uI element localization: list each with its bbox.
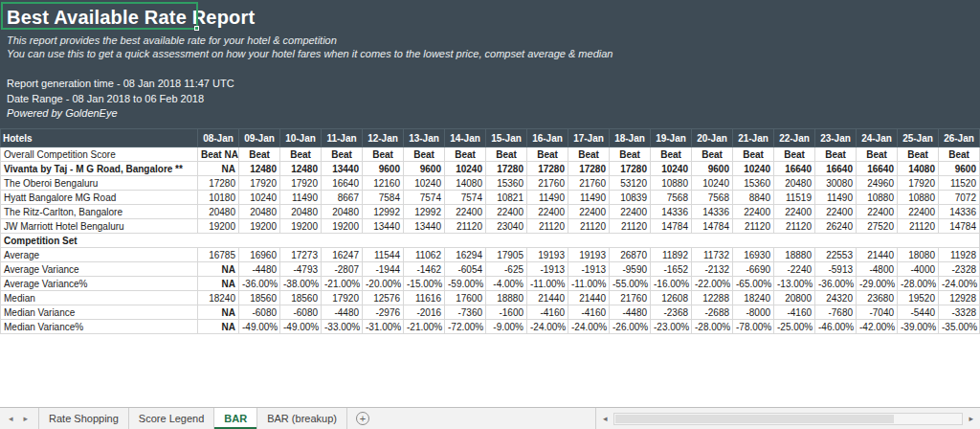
data-cell[interactable]: -39.00% (898, 320, 939, 334)
data-cell[interactable]: -6080 (280, 305, 322, 320)
data-cell[interactable]: 10880 (857, 191, 898, 205)
data-cell[interactable]: 14784 (939, 219, 980, 234)
column-header-21-jan[interactable]: 21-Jan (733, 129, 774, 147)
data-cell[interactable]: 14784 (651, 219, 692, 234)
row-label[interactable]: Median Variance% (1, 320, 198, 334)
data-cell[interactable]: -11.00% (568, 277, 610, 291)
data-cell[interactable]: 10880 (651, 176, 692, 191)
data-cell[interactable]: NA (198, 162, 239, 176)
row-label[interactable]: Average (1, 248, 198, 262)
data-cell[interactable]: 7568 (692, 191, 733, 205)
data-cell[interactable]: -31.00% (363, 320, 404, 334)
data-cell[interactable]: -7040 (857, 305, 898, 320)
data-cell[interactable]: 12608 (651, 291, 692, 305)
data-cell[interactable]: 21120 (733, 219, 774, 234)
data-cell[interactable]: 19200 (280, 219, 322, 234)
add-sheet-button[interactable]: + (356, 412, 369, 425)
data-cell[interactable]: 12288 (692, 291, 733, 305)
data-cell[interactable]: -25.00% (774, 320, 815, 334)
column-header-16-jan[interactable]: 16-Jan (527, 129, 568, 147)
data-cell[interactable]: 11490 (568, 191, 610, 205)
data-cell[interactable]: 16640 (322, 176, 363, 191)
data-cell[interactable]: 24320 (815, 291, 857, 305)
data-cell[interactable]: -7360 (445, 305, 486, 320)
data-cell[interactable]: Beat (322, 147, 363, 162)
data-cell[interactable]: -6690 (733, 262, 774, 277)
data-cell[interactable]: 19193 (527, 248, 568, 262)
data-cell[interactable]: 30080 (815, 176, 857, 191)
data-cell[interactable]: 12160 (363, 176, 404, 191)
data-cell[interactable]: Beat (774, 147, 815, 162)
data-cell[interactable]: 8840 (733, 191, 774, 205)
row-label[interactable]: Median (1, 291, 198, 305)
data-cell[interactable]: 18560 (239, 291, 280, 305)
data-cell[interactable]: -4.00% (486, 277, 527, 291)
data-cell[interactable]: NA (198, 277, 239, 291)
data-cell[interactable]: 20480 (322, 205, 363, 219)
data-cell[interactable]: -1462 (404, 262, 445, 277)
data-cell[interactable]: -28.00% (692, 320, 733, 334)
data-cell[interactable]: -2976 (363, 305, 404, 320)
data-cell[interactable]: 19200 (239, 219, 280, 234)
row-label[interactable]: The Oberoi Bengaluru (1, 176, 198, 191)
data-cell[interactable]: 11732 (692, 248, 733, 262)
data-cell[interactable]: 21120 (774, 219, 815, 234)
data-cell[interactable]: 7072 (939, 191, 980, 205)
row-label[interactable]: Average Variance (1, 262, 198, 277)
data-cell[interactable]: 24960 (857, 176, 898, 191)
data-cell[interactable]: 11519 (774, 191, 815, 205)
data-cell[interactable]: 18080 (898, 248, 939, 262)
data-cell[interactable]: -15.00% (404, 277, 445, 291)
data-cell[interactable]: -42.00% (857, 320, 898, 334)
data-cell[interactable]: -65.00% (733, 277, 774, 291)
data-cell[interactable]: 7568 (651, 191, 692, 205)
column-header-20-jan[interactable]: 20-Jan (692, 129, 733, 147)
data-cell[interactable]: -36.00% (239, 277, 280, 291)
data-cell[interactable]: -7680 (815, 305, 857, 320)
data-cell[interactable]: 16294 (445, 248, 486, 262)
data-cell[interactable]: -4480 (322, 305, 363, 320)
data-cell[interactable]: -2688 (692, 305, 733, 320)
data-cell[interactable]: 11544 (363, 248, 404, 262)
data-cell[interactable]: 21120 (610, 219, 651, 234)
data-cell[interactable]: 10839 (610, 191, 651, 205)
data-cell[interactable]: -4480 (610, 305, 651, 320)
data-cell[interactable]: 21120 (445, 219, 486, 234)
column-header-08-jan[interactable]: 08-Jan (198, 129, 239, 147)
data-cell[interactable]: -78.00% (733, 320, 774, 334)
data-cell[interactable]: -46.00% (815, 320, 857, 334)
data-cell[interactable]: 17273 (280, 248, 322, 262)
data-cell[interactable]: 22400 (898, 205, 939, 219)
data-cell[interactable]: 21440 (568, 291, 610, 305)
data-cell[interactable]: 21120 (527, 219, 568, 234)
data-cell[interactable]: 21760 (610, 291, 651, 305)
data-cell[interactable]: 7584 (363, 191, 404, 205)
data-cell[interactable]: 12992 (404, 205, 445, 219)
data-cell[interactable]: 12576 (363, 291, 404, 305)
data-cell[interactable]: -6080 (239, 305, 280, 320)
data-cell[interactable]: 17920 (322, 291, 363, 305)
data-cell[interactable]: 9600 (692, 162, 733, 176)
scrollbar-thumb[interactable] (615, 415, 894, 423)
data-cell[interactable]: 18240 (198, 291, 239, 305)
data-cell[interactable]: -1600 (486, 305, 527, 320)
data-cell[interactable]: -38.00% (280, 277, 322, 291)
data-cell[interactable]: -59.00% (445, 277, 486, 291)
data-cell[interactable]: -5913 (815, 262, 857, 277)
data-cell[interactable]: 17600 (445, 291, 486, 305)
data-cell[interactable]: -24.00% (527, 320, 568, 334)
data-cell[interactable]: Beat (939, 147, 980, 162)
data-cell[interactable]: 16640 (857, 162, 898, 176)
data-cell[interactable]: -2016 (404, 305, 445, 320)
data-cell[interactable]: 22400 (815, 205, 857, 219)
scroll-right-icon[interactable]: ▸ (967, 414, 975, 423)
data-cell[interactable]: -2368 (651, 305, 692, 320)
data-cell[interactable]: 11520 (939, 176, 980, 191)
column-header-12-jan[interactable]: 12-Jan (363, 129, 404, 147)
data-cell[interactable]: 12480 (239, 162, 280, 176)
data-cell[interactable]: -23.00% (651, 320, 692, 334)
data-cell[interactable]: -5440 (898, 305, 939, 320)
data-cell[interactable]: 21440 (527, 291, 568, 305)
data-cell[interactable]: 27520 (857, 219, 898, 234)
row-label[interactable]: Hyatt Bangalore MG Road (1, 191, 198, 205)
